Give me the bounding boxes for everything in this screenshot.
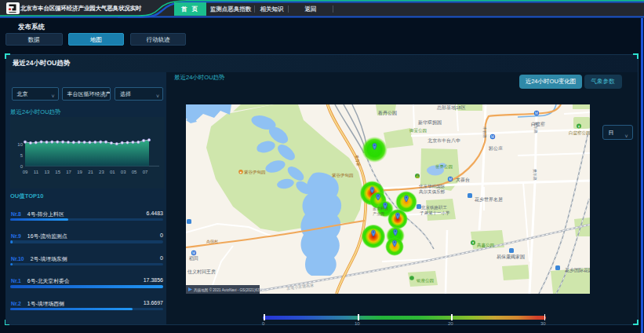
- svg-text:樊羊路: 樊羊路: [533, 168, 538, 180]
- svg-text:北京市丰台八中: 北京市丰台八中: [428, 137, 460, 144]
- svg-text:子弟第十一小学: 子弟第十一小学: [420, 210, 450, 215]
- svg-text:M: M: [192, 251, 195, 255]
- svg-text:07: 07: [143, 170, 148, 174]
- svg-text:M: M: [535, 112, 538, 115]
- svg-text:10: 10: [17, 142, 23, 147]
- svg-text:0: 0: [20, 164, 24, 169]
- svg-text:花乡国际花园: 花乡国际花园: [565, 267, 590, 273]
- svg-text:21: 21: [88, 170, 93, 174]
- svg-text:11: 11: [34, 170, 39, 174]
- svg-text:03: 03: [121, 170, 126, 174]
- svg-text:佳义村回王房: 佳义村回王房: [187, 269, 216, 275]
- svg-text:23: 23: [99, 170, 104, 174]
- svg-text:花乡世界名居: 花乡世界名居: [475, 197, 503, 203]
- svg-text:北京铁路职工: 北京铁路职工: [420, 205, 448, 210]
- svg-text:↟: ↟: [577, 124, 580, 128]
- svg-text:15: 15: [55, 170, 60, 174]
- svg-text:稻田: 稻田: [189, 256, 198, 262]
- svg-text:05: 05: [132, 170, 137, 174]
- svg-text:大葆台: 大葆台: [456, 177, 470, 183]
- svg-text:樊羊路: 樊羊路: [533, 121, 539, 133]
- svg-text:13: 13: [44, 170, 49, 174]
- svg-text:5: 5: [20, 153, 24, 158]
- svg-text:白盆窑公园: 白盆窑公园: [569, 130, 590, 136]
- svg-text:新华双拥园: 新华双拥园: [418, 119, 442, 126]
- svg-text:银座公园: 银座公园: [416, 278, 434, 284]
- svg-text:御景公园: 御景公园: [409, 128, 427, 134]
- svg-text:产业园: 产业园: [373, 211, 384, 217]
- svg-text:紫谷伊甸园: 紫谷伊甸园: [332, 173, 354, 178]
- svg-text:19: 19: [77, 170, 82, 174]
- svg-text:高德地图 © 2021 AutoNavi - GS(2021: 高德地图 © 2021 AutoNavi - GS(2021)6375号: [194, 287, 267, 292]
- svg-text:⛳: ⛳: [415, 174, 420, 179]
- svg-text:高佃村: 高佃村: [206, 239, 218, 244]
- svg-text:01: 01: [110, 170, 115, 174]
- svg-text:世界公园: 世界公园: [435, 164, 453, 170]
- svg-text:09: 09: [23, 170, 28, 174]
- svg-text:郭公庄: 郭公庄: [488, 145, 503, 152]
- svg-text:17: 17: [66, 170, 71, 174]
- svg-text:M: M: [491, 135, 494, 139]
- svg-text:紫谷伊甸园: 紫谷伊甸园: [244, 170, 266, 175]
- svg-text:高尔夫俱乐部: 高尔夫俱乐部: [419, 189, 446, 195]
- svg-text:易保康阀家园: 易保康阀家园: [497, 254, 525, 260]
- svg-text:M: M: [449, 177, 452, 181]
- svg-text:丰科路: 丰科路: [482, 126, 488, 137]
- svg-text:高鑫公园: 高鑫公园: [477, 243, 494, 248]
- svg-text:↟: ↟: [471, 241, 475, 245]
- svg-text:总部基地18区: 总部基地18区: [436, 104, 466, 111]
- svg-text:看丹公园: 看丹公园: [377, 110, 397, 116]
- svg-text:北京华科国际: 北京华科国际: [418, 184, 446, 189]
